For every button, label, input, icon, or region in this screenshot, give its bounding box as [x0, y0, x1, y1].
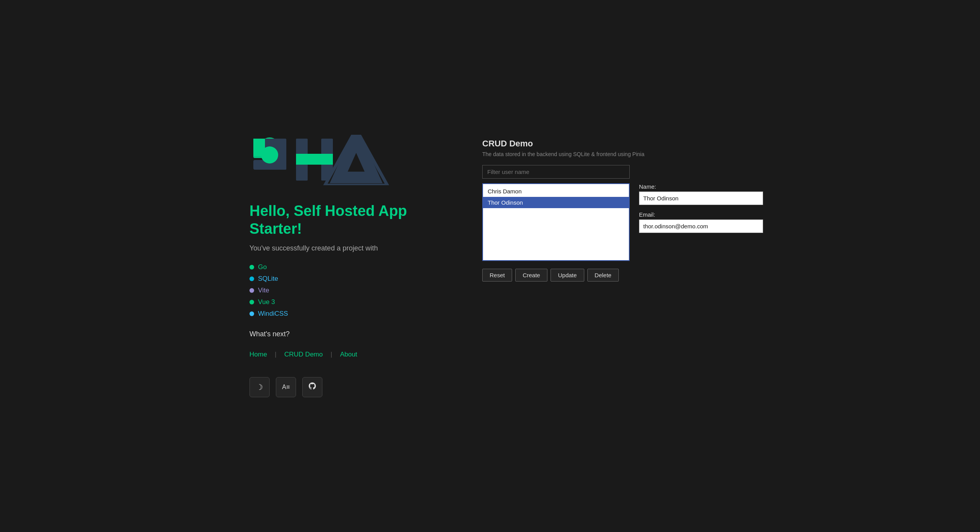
name-group: Name:: [639, 183, 763, 205]
go-link[interactable]: Go: [258, 263, 267, 271]
icon-buttons: ☽ A≡: [249, 377, 436, 397]
github-button[interactable]: [302, 377, 322, 397]
delete-button[interactable]: Delete: [587, 269, 619, 282]
update-button[interactable]: Update: [551, 269, 584, 282]
crud-main: Chris Damon Thor Odinson Name: Email:: [482, 183, 763, 261]
hero-title: Hello, Self Hosted App Starter!: [249, 202, 436, 238]
form-panel: Name: Email:: [639, 183, 763, 261]
list-item: Go: [249, 263, 436, 271]
user-list[interactable]: Chris Damon Thor Odinson: [482, 183, 630, 261]
translate-button[interactable]: A≡: [276, 377, 296, 397]
tech-list: Go SQLite Vite Vue 3 WindiCSS: [249, 263, 436, 318]
vite-dot: [249, 288, 254, 293]
whats-next-label: What's next?: [249, 330, 436, 338]
left-panel: Hello, Self Hosted App Starter! You've s…: [249, 135, 436, 397]
list-item: SQLite: [249, 275, 436, 283]
email-input[interactable]: [639, 219, 763, 233]
moon-icon: ☽: [256, 382, 263, 392]
sqlite-link[interactable]: SQLite: [258, 275, 278, 283]
github-icon: [308, 382, 317, 392]
nav-home[interactable]: Home: [249, 351, 275, 358]
svg-marker-16: [339, 139, 374, 177]
crud-title: CRUD Demo: [482, 139, 763, 149]
vue-dot: [249, 300, 254, 304]
list-item[interactable]: Chris Damon: [483, 186, 629, 197]
filter-input[interactable]: [482, 165, 630, 179]
windi-link[interactable]: WindiCSS: [258, 310, 288, 318]
list-item: Vite: [249, 287, 436, 294]
translate-icon: A≡: [282, 384, 290, 391]
logo-container: [249, 135, 436, 187]
action-buttons: Reset Create Update Delete: [482, 269, 763, 282]
page-container: Hello, Self Hosted App Starter! You've s…: [218, 111, 762, 420]
go-dot: [249, 265, 254, 269]
svg-rect-12: [296, 154, 333, 165]
email-group: Email:: [639, 211, 763, 233]
name-label: Name:: [639, 183, 763, 190]
reset-button[interactable]: Reset: [482, 269, 512, 282]
dark-mode-button[interactable]: ☽: [249, 377, 270, 397]
nav-links: Home | CRUD Demo | About: [249, 351, 436, 358]
nav-about[interactable]: About: [332, 351, 365, 358]
nav-crud[interactable]: CRUD Demo: [277, 351, 331, 358]
email-label: Email:: [639, 211, 763, 218]
windi-dot: [249, 311, 254, 316]
list-item[interactable]: Thor Odinson: [483, 197, 629, 208]
sha-logo: [249, 135, 389, 185]
sqlite-dot: [249, 276, 254, 281]
vite-link[interactable]: Vite: [258, 287, 269, 294]
hero-subtitle: You've successfully created a project wi…: [249, 244, 436, 252]
crud-subtitle: The data stored in the backend using SQL…: [482, 151, 763, 157]
list-item: Vue 3: [249, 298, 436, 306]
name-input[interactable]: [639, 191, 763, 205]
vue-link[interactable]: Vue 3: [258, 298, 275, 306]
create-button[interactable]: Create: [515, 269, 547, 282]
right-panel: CRUD Demo The data stored in the backend…: [482, 135, 763, 282]
svg-point-9: [261, 146, 278, 163]
list-item: WindiCSS: [249, 310, 436, 318]
